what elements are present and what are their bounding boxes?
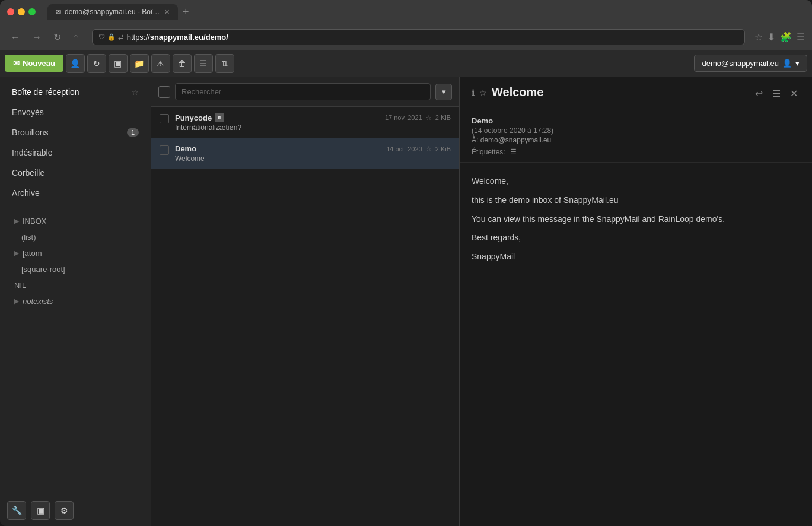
shield-icon: 🛡 <box>98 33 105 41</box>
home-button[interactable]: ⌂ <box>69 30 82 45</box>
email-list-panel: ▾ Punycode 🖥 <box>151 77 460 526</box>
select-all-checkbox[interactable] <box>158 86 170 98</box>
folder-nil[interactable]: NIL <box>0 277 151 293</box>
theme-icon: ▣ <box>37 506 44 515</box>
download-icon[interactable]: ⬇ <box>768 31 775 43</box>
compose-button[interactable]: ✉ Nouveau <box>5 55 63 72</box>
list-button[interactable]: ☰ <box>194 54 213 73</box>
settings-button[interactable]: ⚙ <box>55 501 74 520</box>
menu-icon[interactable]: ☰ <box>797 31 805 43</box>
preview-labels: Étiquettes: ☰ <box>472 148 800 156</box>
sidebar-nav: Boîte de réception ☆ Envoyés Brouillons … <box>0 77 151 495</box>
filter-icon: ▾ <box>442 87 446 96</box>
sort-button[interactable]: ⇅ <box>215 54 234 73</box>
labels-icon: ☰ <box>510 148 517 156</box>
preview-star-icon[interactable]: ☆ <box>479 88 487 97</box>
folder-list-label: (list) <box>21 233 36 242</box>
folder-notexists[interactable]: ▶ notexists <box>0 293 151 309</box>
user-menu-button[interactable]: demo@snappymail.eu 👤 ▾ <box>694 55 807 72</box>
email-subject: Iñtërnâtiônàlizætiøn? <box>175 123 451 132</box>
preview-body: Welcome, this is the demo inbox of Snapp… <box>460 163 812 526</box>
email-sender: Demo <box>175 144 196 153</box>
email-sender-name: Punycode <box>175 113 212 122</box>
email-meta: 17 nov. 2021 ☆ 2 KiB <box>385 114 451 122</box>
sidebar-item-sent[interactable]: Envoyés <box>0 102 151 122</box>
sidebar-item-archive[interactable]: Archive <box>0 183 151 203</box>
labels-text: Étiquettes: <box>472 148 505 156</box>
user-dropdown-icon: ▾ <box>795 59 800 68</box>
theme-button[interactable]: ▣ <box>31 501 50 520</box>
expand-inbox-icon: ▶ <box>14 217 19 225</box>
email-size: 2 KiB <box>435 145 451 153</box>
preview-header: ℹ ☆ Welcome ↩ ☰ ✕ <box>460 77 812 110</box>
inbox-label: Boîte de réception <box>12 87 79 97</box>
minimize-window-button[interactable] <box>18 8 25 15</box>
sidebar-item-inbox[interactable]: Boîte de réception ☆ <box>0 82 151 102</box>
close-preview-button[interactable]: ✕ <box>788 85 800 102</box>
address-bar[interactable]: 🛡 🔒 ⇄ https://snappymail.eu/demo/ <box>92 29 745 45</box>
active-tab[interactable]: ✉ demo@snappymail.eu - Boîte m... ✕ <box>47 4 178 20</box>
drafts-badge: 1 <box>127 128 139 137</box>
maximize-window-button[interactable] <box>28 8 36 15</box>
folder-square-root[interactable]: [square-root] <box>0 261 151 277</box>
extensions-icon[interactable]: 🧩 <box>780 31 792 43</box>
email-sender-name: Demo <box>175 144 196 153</box>
trash-button[interactable]: 🗑 <box>173 54 192 73</box>
sidebar-item-spam[interactable]: Indésirable <box>0 142 151 163</box>
sidebar-item-drafts[interactable]: Brouillons 1 <box>0 122 151 142</box>
contacts-button[interactable]: 👤 <box>66 54 85 73</box>
email-row-top: Punycode 🖥 17 nov. 2021 ☆ 2 KiB <box>175 113 451 122</box>
email-row[interactable]: Punycode 🖥 17 nov. 2021 ☆ 2 KiB Iñtërnât… <box>151 107 459 138</box>
more-actions-button[interactable]: ☰ <box>770 85 783 102</box>
main-layout: Boîte de réception ☆ Envoyés Brouillons … <box>0 77 812 526</box>
reload-button[interactable]: ↻ <box>50 29 65 45</box>
bookmark-icon[interactable]: ☆ <box>754 31 763 43</box>
preview-header-actions: ↩ ☰ ✕ <box>753 85 800 102</box>
browser-toolbar-right: ☆ ⬇ 🧩 ☰ <box>754 31 805 43</box>
lock-icon: 🔒 <box>107 33 116 41</box>
folder-list[interactable]: (list) <box>0 229 151 245</box>
search-input[interactable] <box>175 83 431 100</box>
browser-toolbar: ← → ↻ ⌂ 🛡 🔒 ⇄ https://snappymail.eu/demo… <box>0 24 812 50</box>
user-area: demo@snappymail.eu 👤 ▾ <box>694 55 807 72</box>
refresh-button[interactable]: ↻ <box>87 54 106 73</box>
folder-inbox[interactable]: ▶ INBOX <box>0 213 151 229</box>
body-line1: this is the demo inbox of SnappyMail.eu <box>472 194 800 208</box>
close-window-button[interactable] <box>7 8 14 15</box>
user-avatar-icon: 👤 <box>782 59 792 68</box>
email-list: Punycode 🖥 17 nov. 2021 ☆ 2 KiB Iñtërnât… <box>151 107 459 526</box>
folder-atom[interactable]: ▶ [atom <box>0 245 151 261</box>
email-row[interactable]: Demo 14 oct. 2020 ☆ 2 KiB Welcome <box>151 138 459 169</box>
sidebar-item-trash[interactable]: Corbeille <box>0 163 151 183</box>
archive-label: Archive <box>12 188 40 198</box>
email-checkbox[interactable] <box>160 114 169 123</box>
body-line2: You can view this message in the SnappyM… <box>472 213 800 227</box>
inbox-star-icon[interactable]: ☆ <box>132 88 139 97</box>
new-tab-button[interactable]: + <box>178 6 194 18</box>
spam-label: Indésirable <box>12 148 53 157</box>
settings-extra-button[interactable]: 🔧 <box>7 501 26 520</box>
alert-button[interactable]: ⚠ <box>151 54 170 73</box>
email-meta: 14 oct. 2020 ☆ 2 KiB <box>386 145 451 153</box>
email-star-icon[interactable]: ☆ <box>426 114 432 122</box>
list-icon: ☰ <box>199 59 207 68</box>
email-content: Punycode 🖥 17 nov. 2021 ☆ 2 KiB Iñtërnât… <box>175 113 451 132</box>
email-star-icon[interactable]: ☆ <box>426 145 432 153</box>
compose-icon: ✉ <box>13 59 20 68</box>
tab-close-icon[interactable]: ✕ <box>164 8 170 16</box>
refresh-icon: ↻ <box>93 59 100 68</box>
forward-button[interactable]: → <box>28 30 45 45</box>
email-size: 2 KiB <box>435 114 451 121</box>
layout-button[interactable]: ▣ <box>109 54 128 73</box>
email-checkbox[interactable] <box>160 145 169 155</box>
folder-button[interactable]: 📁 <box>130 54 149 73</box>
tab-bar: ✉ demo@snappymail.eu - Boîte m... ✕ + <box>47 4 805 20</box>
back-button[interactable]: ← <box>7 30 24 45</box>
search-filter-button[interactable]: ▾ <box>435 84 452 100</box>
preview-meta: Demo (14 octobre 2020 à 17:28) À: demo@s… <box>460 110 812 163</box>
email-subject: Welcome <box>175 154 451 163</box>
body-signature: SnappyMail <box>472 250 800 264</box>
folder-nil-label: NIL <box>14 281 26 290</box>
reply-button[interactable]: ↩ <box>753 85 765 102</box>
wrench-icon: 🔧 <box>12 506 22 515</box>
